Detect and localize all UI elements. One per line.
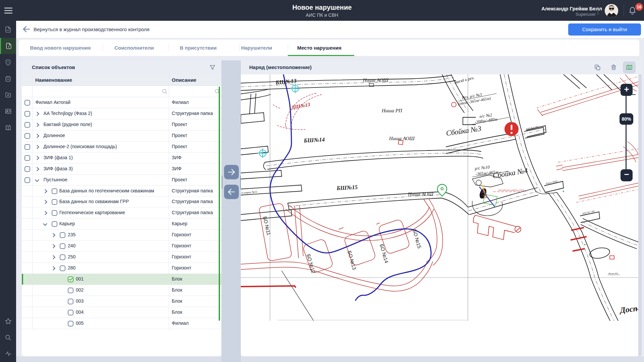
svg-text:Ниша РП: Ниша РП bbox=[608, 272, 618, 275]
svg-text:БШ№14: БШ№14 bbox=[303, 136, 325, 144]
svg-text:Ниша РП: Ниша РП bbox=[381, 108, 402, 113]
svg-text:Ниша АОШ: Ниша АОШ bbox=[389, 136, 415, 141]
svg-text:Ниша АОШ: Ниша АОШ bbox=[363, 77, 389, 83]
svg-text:БШ№15: БШ№15 bbox=[336, 184, 358, 191]
svg-text:Закладочные работы 2020г.: Закладочные работы 2020г. bbox=[498, 189, 525, 191]
svg-text:Ниша АОШ: Ниша АОШ bbox=[408, 191, 434, 197]
